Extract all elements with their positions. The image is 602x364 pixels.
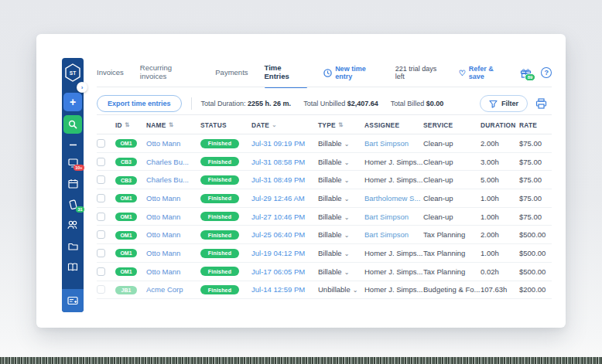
table-row: CB3Charles Bu...FinishedJul-31 08:49 PMB… xyxy=(97,171,552,189)
client-name-link[interactable]: Otto Mann xyxy=(146,230,200,239)
type-dropdown[interactable]: Billable⌄ xyxy=(318,267,364,276)
client-name-link[interactable]: Otto Mann xyxy=(146,213,200,221)
tab-time-entries[interactable]: Time Entries xyxy=(265,63,308,88)
column-header-status[interactable]: STATUS xyxy=(200,121,251,129)
table-body: OM1Otto MannFinishedJul-31 09:19 PMBilla… xyxy=(97,134,552,299)
tab-invoices[interactable]: Invoices xyxy=(97,68,124,84)
column-label: STATUS xyxy=(200,121,227,129)
row-checkbox[interactable] xyxy=(97,175,105,184)
search-button[interactable] xyxy=(63,115,82,134)
sidebar-item-folder[interactable] xyxy=(66,240,80,252)
type-dropdown[interactable]: Billable⌄ xyxy=(318,213,364,221)
sidebar-item-book[interactable] xyxy=(66,260,80,273)
client-name-link[interactable]: Otto Mann xyxy=(146,194,200,202)
tab-payments[interactable]: Payments xyxy=(215,68,248,84)
row-checkbox[interactable] xyxy=(97,158,105,166)
column-header-date[interactable]: DATE⌄ xyxy=(251,121,318,129)
assignee-link[interactable]: Bart Simpson xyxy=(364,230,423,239)
new-time-entry-button[interactable]: New time entry xyxy=(323,65,383,80)
date-link[interactable]: Jul-29 12:46 AM xyxy=(251,194,318,202)
desk-texture xyxy=(0,357,602,364)
column-header-name[interactable]: NAME⇅ xyxy=(146,121,200,129)
client-name-link[interactable]: Otto Mann xyxy=(146,139,200,148)
divider xyxy=(97,114,552,115)
sort-icon: ⇅ xyxy=(338,121,344,128)
id-cell: CB3 xyxy=(115,157,146,166)
column-label: ID xyxy=(115,121,122,129)
refer-save-button[interactable]: ♡ Refer & save xyxy=(459,65,510,80)
date-link[interactable]: Jul-27 10:46 PM xyxy=(251,213,318,221)
column-label: NAME xyxy=(146,121,166,129)
id-cell: OM1 xyxy=(115,248,146,257)
dash-icon[interactable] xyxy=(66,141,80,148)
sidebar-item-calendar[interactable] xyxy=(66,177,80,189)
client-name-link[interactable]: Acme Corp xyxy=(146,285,200,294)
service-text: Tax Planning xyxy=(423,267,481,276)
date-link[interactable]: Jul-31 09:19 PM xyxy=(251,139,318,148)
column-label: ASSIGNEE xyxy=(364,121,399,129)
id-cell: CB3 xyxy=(115,175,146,185)
export-time-entries-button[interactable]: Export time entries xyxy=(97,95,182,112)
status-cell: Finished xyxy=(200,193,251,203)
type-value: Billable xyxy=(318,194,342,202)
assignee-link[interactable]: Bart Simpson xyxy=(364,213,423,221)
row-checkbox[interactable] xyxy=(97,230,105,239)
date-link[interactable]: Jul-17 06:05 PM xyxy=(251,267,318,276)
type-dropdown[interactable]: Unbillable⌄ xyxy=(318,285,364,294)
sidebar-expand-button[interactable]: › xyxy=(77,82,87,93)
client-name-link[interactable]: Charles Bu... xyxy=(146,158,200,166)
sidebar-item-users[interactable] xyxy=(66,219,80,231)
status-cell: Finished xyxy=(200,138,251,148)
date-link[interactable]: Jul-31 08:58 PM xyxy=(251,158,318,166)
date-link[interactable]: Jul-19 04:12 PM xyxy=(251,249,318,257)
add-button[interactable]: + xyxy=(63,93,82,111)
row-checkbox[interactable] xyxy=(97,213,105,221)
status-badge: Finished xyxy=(200,157,239,166)
row-checkbox[interactable] xyxy=(97,285,105,294)
date-link[interactable]: Jul-25 06:40 PM xyxy=(251,230,318,239)
total-unbilled-label: Total Unbilled xyxy=(303,100,345,107)
row-checkbox[interactable] xyxy=(97,139,105,148)
rate-text: $75.00 xyxy=(519,175,552,184)
type-dropdown[interactable]: Billable⌄ xyxy=(318,194,364,202)
filter-button[interactable]: Filter xyxy=(480,95,528,112)
checkbox-cell xyxy=(97,175,115,184)
type-dropdown[interactable]: Billable⌄ xyxy=(318,249,364,257)
column-header-service[interactable]: SERVICE xyxy=(423,121,481,129)
column-header-type[interactable]: TYPE⇅ xyxy=(318,121,364,129)
rate-text: $200.00 xyxy=(519,285,556,294)
gift-button[interactable]: 89 xyxy=(520,68,532,78)
column-header-rate[interactable]: RATE xyxy=(519,121,552,129)
row-checkbox[interactable] xyxy=(97,194,105,202)
print-button[interactable] xyxy=(535,98,547,109)
checkbox-cell xyxy=(97,194,115,202)
type-dropdown[interactable]: Billable⌄ xyxy=(318,139,364,148)
duration-text: 2.00h xyxy=(481,139,519,148)
sidebar-item-phone[interactable]: 31 xyxy=(66,198,80,210)
type-value: Billable xyxy=(318,213,342,221)
book-icon xyxy=(67,263,78,271)
row-checkbox[interactable] xyxy=(97,249,105,257)
tab-recurring-invoices[interactable]: Recurring invoices xyxy=(140,63,199,88)
column-header-duration[interactable]: DURATION xyxy=(481,121,519,129)
sidebar-item-invoices-active[interactable] xyxy=(62,289,84,312)
date-link[interactable]: Jul-14 12:59 PM xyxy=(251,285,318,294)
assignee-link[interactable]: Bart Simpson xyxy=(364,139,423,148)
assignee-link[interactable]: Bartholomew S... xyxy=(364,194,423,202)
help-button[interactable]: ? xyxy=(541,67,552,78)
table-row: CB3Charles Bu...FinishedJul-31 08:58 PMB… xyxy=(97,153,552,172)
type-dropdown[interactable]: Billable⌄ xyxy=(318,230,364,239)
date-link[interactable]: Jul-31 08:49 PM xyxy=(251,175,318,184)
client-name-link[interactable]: Otto Mann xyxy=(146,267,200,276)
client-name-link[interactable]: Charles Bu... xyxy=(146,175,200,184)
sidebar-item-monitor[interactable]: 10+ xyxy=(66,156,80,168)
type-dropdown[interactable]: Billable⌄ xyxy=(318,158,364,166)
assignee-text: Homer J. Simps... xyxy=(364,285,423,294)
row-checkbox[interactable] xyxy=(97,267,105,276)
column-header-id[interactable]: ID⇅ xyxy=(115,121,146,129)
client-name-link[interactable]: Otto Mann xyxy=(146,249,200,257)
table-row: OM1Otto MannFinishedJul-29 12:46 AMBilla… xyxy=(97,189,552,208)
table-header-row: ID⇅NAME⇅STATUSDATE⌄TYPE⇅ASSIGNEESERVICED… xyxy=(97,116,552,134)
type-dropdown[interactable]: Billable⌄ xyxy=(318,175,364,184)
column-header-assignee[interactable]: ASSIGNEE xyxy=(364,121,423,129)
